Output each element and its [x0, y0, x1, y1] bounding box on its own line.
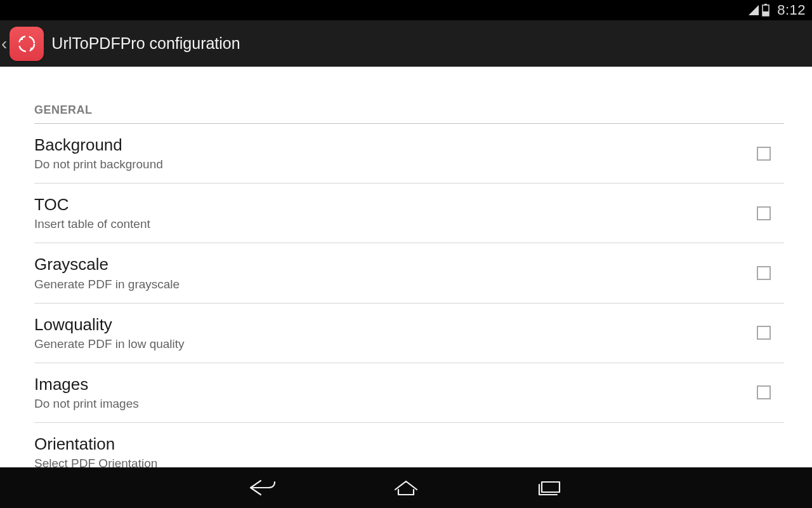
settings-content: GENERAL Background Do not print backgrou…	[0, 67, 812, 467]
page-title: UrlToPDFPro configuration	[51, 34, 240, 53]
setting-title: Lowquality	[34, 315, 743, 335]
setting-title: Orientation	[34, 434, 784, 454]
nav-home-button[interactable]	[388, 475, 424, 500]
checkbox-lowquality[interactable]	[757, 326, 771, 340]
recents-icon	[534, 478, 565, 497]
app-icon[interactable]	[10, 27, 44, 61]
setting-row-orientation[interactable]: Orientation Select PDF Orientation	[34, 423, 784, 467]
action-bar: ‹ UrlToPDFPro configuration	[0, 20, 812, 67]
status-icons: 8:12	[748, 2, 806, 18]
nav-recents-button[interactable]	[532, 475, 567, 500]
setting-title: Background	[34, 135, 743, 155]
setting-row-lowquality[interactable]: Lowquality Generate PDF in low quality	[34, 304, 784, 363]
setting-row-grayscale[interactable]: Grayscale Generate PDF in grayscale	[34, 243, 784, 303]
setting-subtitle: Select PDF Orientation	[34, 457, 784, 467]
checkbox-grayscale[interactable]	[757, 266, 771, 280]
setting-row-toc[interactable]: TOC Insert table of content	[34, 184, 784, 243]
back-chevron-icon[interactable]: ‹	[0, 35, 10, 53]
signal-icon	[748, 4, 759, 16]
home-icon	[390, 478, 422, 497]
clock: 8:12	[777, 2, 806, 18]
checkbox-images[interactable]	[757, 385, 771, 399]
svg-rect-4	[542, 482, 560, 492]
setting-subtitle: Generate PDF in low quality	[34, 337, 743, 351]
status-bar: 8:12	[0, 0, 812, 20]
setting-title: TOC	[34, 195, 743, 215]
navigation-bar	[0, 467, 812, 508]
setting-row-images[interactable]: Images Do not print images	[34, 363, 784, 423]
setting-title: Images	[34, 375, 743, 394]
setting-title: Grayscale	[34, 255, 743, 274]
battery-icon	[762, 4, 769, 17]
section-header-general: GENERAL	[34, 67, 784, 124]
setting-subtitle: Generate PDF in grayscale	[34, 277, 743, 291]
back-icon	[247, 478, 278, 497]
checkbox-background[interactable]	[757, 147, 771, 161]
nav-back-button[interactable]	[245, 475, 280, 500]
setting-subtitle: Do not print background	[34, 157, 743, 171]
checkbox-toc[interactable]	[757, 206, 771, 220]
setting-subtitle: Insert table of content	[34, 217, 743, 231]
svg-rect-2	[763, 11, 769, 16]
setting-row-background[interactable]: Background Do not print background	[34, 124, 784, 184]
setting-subtitle: Do not print images	[34, 397, 743, 411]
